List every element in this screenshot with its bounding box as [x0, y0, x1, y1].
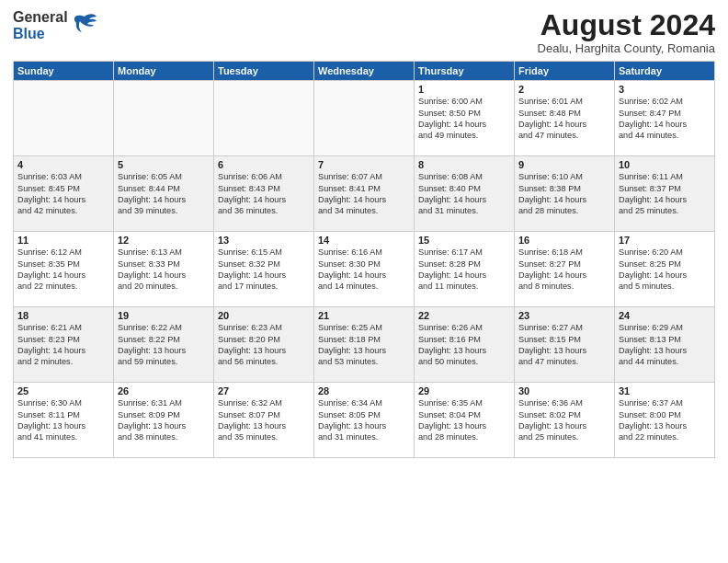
calendar-cell: 2Sunrise: 6:01 AM Sunset: 8:48 PM Daylig…: [515, 81, 615, 156]
day-info: Sunrise: 6:03 AM Sunset: 8:45 PM Dayligh…: [17, 171, 109, 217]
day-number: 9: [518, 159, 610, 170]
day-number: 17: [619, 235, 711, 246]
day-info: Sunrise: 6:11 AM Sunset: 8:37 PM Dayligh…: [619, 171, 711, 217]
day-info: Sunrise: 6:12 AM Sunset: 8:35 PM Dayligh…: [17, 247, 109, 293]
header-saturday: Saturday: [615, 62, 715, 81]
day-info: Sunrise: 6:36 AM Sunset: 8:02 PM Dayligh…: [518, 397, 610, 443]
calendar-cell: 14Sunrise: 6:16 AM Sunset: 8:30 PM Dayli…: [314, 232, 415, 307]
day-info: Sunrise: 6:20 AM Sunset: 8:25 PM Dayligh…: [619, 247, 711, 293]
calendar-table: Sunday Monday Tuesday Wednesday Thursday…: [13, 61, 715, 458]
day-info: Sunrise: 6:00 AM Sunset: 8:50 PM Dayligh…: [418, 96, 510, 142]
calendar-cell: 24Sunrise: 6:29 AM Sunset: 8:13 PM Dayli…: [615, 307, 715, 383]
calendar-cell: 19Sunrise: 6:22 AM Sunset: 8:22 PM Dayli…: [114, 307, 214, 383]
calendar-cell: 15Sunrise: 6:17 AM Sunset: 8:28 PM Dayli…: [415, 232, 515, 307]
day-info: Sunrise: 6:25 AM Sunset: 8:18 PM Dayligh…: [318, 322, 410, 368]
calendar-cell: 1Sunrise: 6:00 AM Sunset: 8:50 PM Daylig…: [415, 81, 515, 156]
day-number: 21: [318, 310, 410, 321]
logo: General Blue: [13, 9, 98, 41]
header-friday: Friday: [515, 62, 615, 81]
location-subtitle: Dealu, Harghita County, Romania: [538, 41, 715, 55]
calendar-cell: [314, 81, 415, 156]
calendar-cell: 11Sunrise: 6:12 AM Sunset: 8:35 PM Dayli…: [14, 232, 114, 307]
calendar-cell: [214, 81, 314, 156]
calendar-cell: 25Sunrise: 6:30 AM Sunset: 8:11 PM Dayli…: [14, 383, 114, 458]
day-info: Sunrise: 6:27 AM Sunset: 8:15 PM Dayligh…: [518, 322, 610, 368]
calendar-cell: 21Sunrise: 6:25 AM Sunset: 8:18 PM Dayli…: [314, 307, 415, 383]
calendar-cell: 31Sunrise: 6:37 AM Sunset: 8:00 PM Dayli…: [615, 383, 715, 458]
logo-general: General: [13, 9, 68, 26]
day-info: Sunrise: 6:21 AM Sunset: 8:23 PM Dayligh…: [17, 322, 109, 368]
header-thursday: Thursday: [415, 62, 515, 81]
day-number: 4: [17, 159, 109, 170]
calendar-week-row-2: 4Sunrise: 6:03 AM Sunset: 8:45 PM Daylig…: [14, 156, 715, 232]
day-info: Sunrise: 6:07 AM Sunset: 8:41 PM Dayligh…: [318, 171, 410, 217]
day-number: 28: [318, 385, 410, 396]
calendar-cell: 27Sunrise: 6:32 AM Sunset: 8:07 PM Dayli…: [214, 383, 314, 458]
header-monday: Monday: [114, 62, 214, 81]
header-wednesday: Wednesday: [314, 62, 415, 81]
day-number: 18: [17, 310, 109, 321]
header-tuesday: Tuesday: [214, 62, 314, 81]
day-info: Sunrise: 6:26 AM Sunset: 8:16 PM Dayligh…: [418, 322, 510, 368]
day-info: Sunrise: 6:35 AM Sunset: 8:04 PM Dayligh…: [418, 397, 510, 443]
day-info: Sunrise: 6:02 AM Sunset: 8:47 PM Dayligh…: [619, 96, 711, 142]
day-number: 23: [518, 310, 610, 321]
calendar-week-row-1: 1Sunrise: 6:00 AM Sunset: 8:50 PM Daylig…: [14, 81, 715, 156]
header-sunday: Sunday: [14, 62, 114, 81]
day-info: Sunrise: 6:16 AM Sunset: 8:30 PM Dayligh…: [318, 247, 410, 293]
page-container: General Blue August 2024 Dealu, Harghita…: [0, 0, 728, 563]
day-number: 30: [518, 385, 610, 396]
calendar-week-row-4: 18Sunrise: 6:21 AM Sunset: 8:23 PM Dayli…: [14, 307, 715, 383]
calendar-cell: 23Sunrise: 6:27 AM Sunset: 8:15 PM Dayli…: [515, 307, 615, 383]
calendar-cell: [14, 81, 114, 156]
calendar-cell: 10Sunrise: 6:11 AM Sunset: 8:37 PM Dayli…: [615, 156, 715, 232]
day-info: Sunrise: 6:37 AM Sunset: 8:00 PM Dayligh…: [619, 397, 711, 443]
calendar-cell: 4Sunrise: 6:03 AM Sunset: 8:45 PM Daylig…: [14, 156, 114, 232]
calendar-cell: 13Sunrise: 6:15 AM Sunset: 8:32 PM Dayli…: [214, 232, 314, 307]
calendar-week-row-5: 25Sunrise: 6:30 AM Sunset: 8:11 PM Dayli…: [14, 383, 715, 458]
day-number: 29: [418, 385, 510, 396]
day-number: 25: [17, 385, 109, 396]
day-info: Sunrise: 6:30 AM Sunset: 8:11 PM Dayligh…: [17, 397, 109, 443]
calendar-cell: 5Sunrise: 6:05 AM Sunset: 8:44 PM Daylig…: [114, 156, 214, 232]
day-number: 31: [619, 385, 711, 396]
day-number: 6: [218, 159, 310, 170]
day-number: 1: [418, 84, 510, 95]
day-number: 2: [518, 84, 610, 95]
calendar-cell: 16Sunrise: 6:18 AM Sunset: 8:27 PM Dayli…: [515, 232, 615, 307]
day-info: Sunrise: 6:13 AM Sunset: 8:33 PM Dayligh…: [118, 247, 210, 293]
title-block: August 2024 Dealu, Harghita County, Roma…: [538, 9, 715, 55]
day-info: Sunrise: 6:22 AM Sunset: 8:22 PM Dayligh…: [118, 322, 210, 368]
day-number: 20: [218, 310, 310, 321]
calendar-cell: 22Sunrise: 6:26 AM Sunset: 8:16 PM Dayli…: [415, 307, 515, 383]
day-number: 26: [118, 385, 210, 396]
day-number: 10: [619, 159, 711, 170]
calendar-cell: 6Sunrise: 6:06 AM Sunset: 8:43 PM Daylig…: [214, 156, 314, 232]
weekday-header-row: Sunday Monday Tuesday Wednesday Thursday…: [14, 62, 715, 81]
day-info: Sunrise: 6:34 AM Sunset: 8:05 PM Dayligh…: [318, 397, 410, 443]
day-info: Sunrise: 6:01 AM Sunset: 8:48 PM Dayligh…: [518, 96, 610, 142]
calendar-cell: 28Sunrise: 6:34 AM Sunset: 8:05 PM Dayli…: [314, 383, 415, 458]
day-number: 16: [518, 235, 610, 246]
calendar-cell: [114, 81, 214, 156]
calendar-cell: 9Sunrise: 6:10 AM Sunset: 8:38 PM Daylig…: [515, 156, 615, 232]
day-info: Sunrise: 6:05 AM Sunset: 8:44 PM Dayligh…: [118, 171, 210, 217]
day-number: 12: [118, 235, 210, 246]
day-number: 3: [619, 84, 711, 95]
calendar-cell: 3Sunrise: 6:02 AM Sunset: 8:47 PM Daylig…: [615, 81, 715, 156]
logo-bird-icon: [71, 12, 98, 40]
calendar-cell: 29Sunrise: 6:35 AM Sunset: 8:04 PM Dayli…: [415, 383, 515, 458]
day-number: 5: [118, 159, 210, 170]
calendar-cell: 18Sunrise: 6:21 AM Sunset: 8:23 PM Dayli…: [14, 307, 114, 383]
day-number: 14: [318, 235, 410, 246]
calendar-cell: 8Sunrise: 6:08 AM Sunset: 8:40 PM Daylig…: [415, 156, 515, 232]
day-number: 27: [218, 385, 310, 396]
calendar-cell: 26Sunrise: 6:31 AM Sunset: 8:09 PM Dayli…: [114, 383, 214, 458]
day-info: Sunrise: 6:08 AM Sunset: 8:40 PM Dayligh…: [418, 171, 510, 217]
calendar-cell: 20Sunrise: 6:23 AM Sunset: 8:20 PM Dayli…: [214, 307, 314, 383]
calendar-week-row-3: 11Sunrise: 6:12 AM Sunset: 8:35 PM Dayli…: [14, 232, 715, 307]
day-number: 11: [17, 235, 109, 246]
calendar-cell: 17Sunrise: 6:20 AM Sunset: 8:25 PM Dayli…: [615, 232, 715, 307]
month-year-title: August 2024: [538, 9, 715, 41]
calendar-cell: 7Sunrise: 6:07 AM Sunset: 8:41 PM Daylig…: [314, 156, 415, 232]
